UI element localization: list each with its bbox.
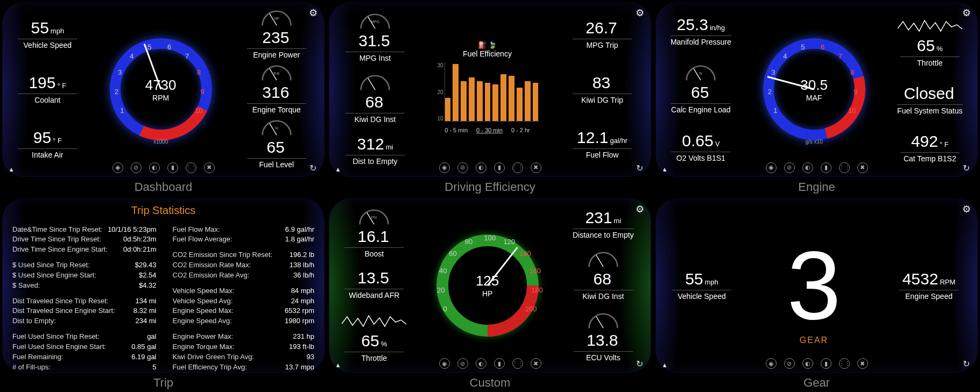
mode-icon[interactable]: ◉ (112, 162, 123, 173)
mode-icon[interactable]: ◐ (802, 358, 813, 369)
custom-title: Custom (329, 376, 651, 390)
svg-line-14 (596, 316, 603, 328)
mode-icon[interactable]: ▮ (167, 162, 178, 173)
metric-throttle: 65% Throttle (898, 15, 962, 68)
mode-icon[interactable]: ◉ (439, 162, 450, 173)
chart-bar (485, 83, 491, 122)
mode-icon[interactable]: ◐ (476, 162, 487, 173)
maf-dial: 30.5 MAF 12345678910 g/s x10 (752, 27, 876, 151)
metric-cat-temp-b1s2: 492° F Cat Temp B1S2 (900, 132, 960, 163)
mode-icon[interactable]: ✖ (531, 162, 541, 173)
maf-value: 30.5 (800, 77, 828, 94)
mode-icon[interactable]: ⊘ (131, 162, 142, 173)
engine-title: Engine (655, 180, 978, 194)
metric-mpg-trip: 26.7 MPG Trip (573, 19, 632, 50)
engine-speed-metric: 4532RPM Engine Speed (899, 270, 958, 301)
metric-fuel-flow: 12.1gal/hr Fuel Flow (573, 129, 632, 160)
settings-icon[interactable]: ⚙ (962, 203, 971, 215)
settings-icon[interactable]: ⚙ (309, 7, 318, 19)
trip-row: Dist Traveled Since Trip Reset:134 mi (12, 296, 157, 307)
settings-icon[interactable]: ⚙ (636, 7, 644, 19)
settings-icon[interactable]: ⚙ (636, 203, 644, 215)
trip-row: Date&Time Since Trip Reset:10/1/16 5:23p… (12, 225, 157, 235)
trip-row: Engine Power Max:231 hp (173, 332, 315, 342)
mode-icon[interactable]: ⊘ (784, 358, 795, 369)
reload-icon[interactable]: ↻ (963, 163, 970, 173)
custom-panel[interactable]: ⚙ PSI 16.1 Boost 13.5 Wideband AFR 65% T… (329, 198, 651, 390)
chart-range-option[interactable]: 0 - 2 hr (511, 127, 530, 133)
rpm-dial: 4730 RPM 12345678910 x1000 (99, 27, 223, 151)
metric-throttle: 65% Throttle (342, 310, 406, 363)
rpm-value: 4730 (145, 77, 177, 94)
trip-row: $ Used Since Engine Start:$2.54 (12, 270, 157, 281)
reload-icon[interactable]: ↻ (636, 359, 643, 369)
metric-engine-power: HP 235 Engine Power (247, 9, 306, 60)
chart-bar (492, 84, 498, 122)
trip-row: $ Saved:$4.32 (12, 281, 157, 291)
mode-icon[interactable]: ⊘ (784, 162, 795, 173)
mode-icon[interactable]: ◉ (766, 358, 777, 369)
maf-label: MAF (806, 94, 822, 102)
trip-panel[interactable]: Trip Statistics Date&Time Since Trip Res… (2, 198, 325, 390)
metric-intake-air: 95° F Intake Air (18, 129, 77, 160)
mode-icon[interactable]: ◐ (802, 162, 813, 173)
mode-icon[interactable]: ◉ (766, 162, 777, 173)
trip-row: $ Used Since Trip Reset:$29.43 (12, 260, 157, 270)
vehicle-speed-metric: 55mph Vehicle Speed (672, 270, 731, 301)
reload-icon[interactable]: ↻ (309, 163, 316, 173)
svg-text:HP: HP (274, 17, 279, 20)
fuel-efficiency-chart: ⛽ 🍃 Fuel Efficiency 302010 0 - 5 min0 - … (434, 41, 541, 138)
mode-icon[interactable]: ◐ (476, 358, 487, 369)
chart-bar (445, 98, 451, 122)
metric-coolant: 195° F Coolant (18, 74, 77, 105)
reload-icon[interactable]: ↻ (963, 359, 970, 369)
trip-row: # of Fill-ups:5 (12, 362, 157, 373)
mode-icon[interactable]: ⊘ (457, 162, 468, 173)
rpm-label: RPM (152, 94, 169, 102)
mode-icon[interactable]: ⋮⋮ (839, 358, 850, 369)
mode-icon[interactable]: ▮ (494, 162, 505, 173)
mode-icon[interactable]: ▮ (821, 358, 831, 369)
mode-icon[interactable]: ✖ (204, 162, 215, 173)
mode-icon[interactable]: ▮ (821, 162, 831, 173)
gear-panel[interactable]: ⚙ 55mph Vehicle Speed 3 GEAR 4532 (655, 198, 978, 390)
mode-icon[interactable]: ✖ (857, 358, 868, 369)
gear-title: Gear (655, 376, 978, 390)
mode-icon[interactable]: ▮ (494, 358, 505, 369)
metric-boost: PSI 16.1 Boost (344, 208, 404, 259)
mode-icon[interactable]: ✖ (857, 162, 868, 173)
metric-mpg-inst: MPG 31.5 MPG Inst (346, 12, 405, 63)
mode-icon[interactable]: ✖ (531, 358, 541, 369)
trip-row: Fuel Efficiency Trip Avg:13.7 mpg (173, 362, 315, 373)
hp-value: 125 (476, 273, 499, 289)
efficiency-panel[interactable]: ⚙ MPG 31.5 MPG Inst 68 Kiwi DG Inst 312m… (329, 2, 651, 194)
metric-wideband-afr: 13.5 Wideband AFR (344, 269, 404, 300)
svg-text:MPG: MPG (371, 20, 379, 24)
mode-icon[interactable]: ⋮⋮ (512, 162, 523, 173)
fuel-pump-icon: ⛽ 🍃 (434, 41, 541, 49)
settings-icon[interactable]: ⚙ (962, 7, 971, 19)
trip-row: Fuel Remaining:6.19 gal (12, 352, 157, 362)
mode-icon[interactable]: ◉ (439, 358, 450, 369)
chart-range-option[interactable]: 0 - 30 min (476, 127, 503, 133)
chart-bar (533, 83, 539, 122)
chart-bar (517, 88, 523, 121)
mode-icon[interactable]: ◐ (149, 162, 160, 173)
hp-label: HP (482, 289, 492, 298)
metric-distance-to-empty: 231mi Distance to Empty (573, 209, 634, 240)
trip-row: Drive Time Since Engine Start:0d:0h:21m (12, 245, 157, 255)
mode-icon[interactable]: ⋮⋮ (186, 162, 196, 173)
trip-row: Dist Traveled Since Engine Start:8.32 mi (12, 306, 157, 316)
chart-range-option[interactable]: 0 - 5 min (445, 127, 468, 133)
mode-icon[interactable]: ⋮⋮ (512, 358, 523, 369)
trip-row: Drive Time Since Trip Reset:0d:5h:23m (12, 234, 157, 245)
trip-row: CO2 Emission Rate Max:138 lb/h (173, 260, 315, 270)
chart-bar (469, 77, 475, 121)
mode-icon[interactable]: ⊘ (457, 358, 468, 369)
engine-panel[interactable]: ⚙ 25.3in/hg Manifold Pressure % 65 Calc … (655, 2, 978, 194)
dashboard-panel[interactable]: ⚙ 55mph Vehicle Speed 195° F Coolant 95°… (2, 2, 325, 194)
trip-row: Fuel Used Since Engine Start:0.85 gal (12, 342, 157, 352)
mode-icon[interactable]: ⋮⋮ (839, 162, 850, 173)
chart-title: Fuel Efficiency (434, 49, 541, 58)
reload-icon[interactable]: ↻ (636, 163, 643, 173)
